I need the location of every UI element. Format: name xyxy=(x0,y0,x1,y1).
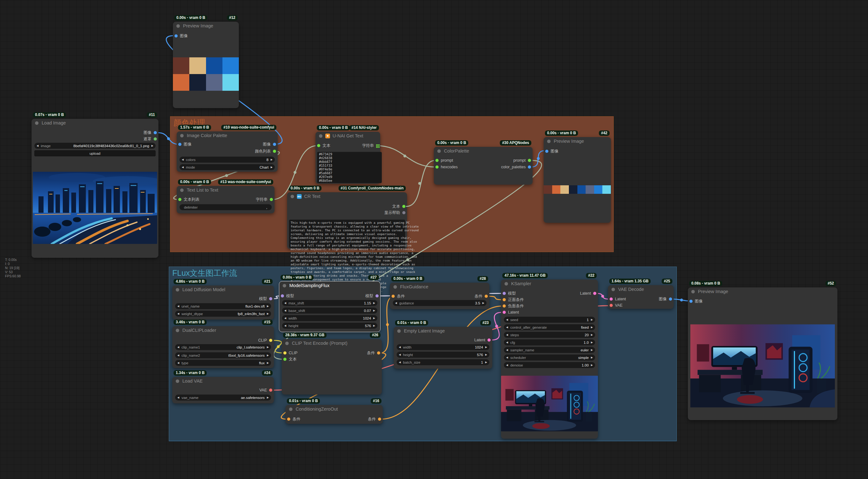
combo-right-arrow-icon[interactable]: ▶ xyxy=(485,353,487,356)
output-conditioning[interactable]: 条件 xyxy=(367,351,380,355)
combo-right-arrow-icon[interactable]: ▶ xyxy=(485,361,487,364)
output-text[interactable]: 文本 xyxy=(392,204,405,209)
steps-widget[interactable]: ◀ steps 20 ▶ xyxy=(504,332,595,338)
combo-left-arrow-icon[interactable]: ◀ xyxy=(177,346,179,348)
output-model[interactable]: 模型 xyxy=(259,297,272,301)
output-model[interactable]: 模型 xyxy=(365,294,379,298)
combo-right-arrow-icon[interactable]: ▶ xyxy=(267,354,269,357)
combo-left-arrow-icon[interactable]: ◀ xyxy=(182,166,184,169)
node-image-color-palette[interactable]: 1.57s - vram 0 B #10 was-node-suite-comf… xyxy=(177,131,278,172)
combo-right-arrow-icon[interactable]: ▶ xyxy=(485,346,487,348)
type-widget[interactable]: ◀ type flux ▶ xyxy=(175,360,271,366)
input-conditioning[interactable]: 条件 xyxy=(392,294,405,299)
combo-right-arrow-icon[interactable]: ▶ xyxy=(373,309,375,312)
height-widget[interactable]: ◀ height 576 ▶ xyxy=(397,352,489,358)
node-load-vae[interactable]: 1.34s - vram 0 B #24 Load VAE VAE ◀ vae_… xyxy=(172,377,274,403)
combo-right-arrow-icon[interactable]: ▶ xyxy=(591,349,593,351)
input-positive-conditioning[interactable]: 正面条件 xyxy=(503,298,524,302)
combo-right-arrow-icon[interactable]: ▶ xyxy=(271,159,273,161)
input-image[interactable]: 图像 xyxy=(545,149,558,153)
node-colorpalette[interactable]: 0.00s - vram 0 B #30 APQNodes ColorPalet… xyxy=(434,147,533,185)
combo-right-arrow-icon[interactable]: ▶ xyxy=(591,318,593,321)
output-vae[interactable]: VAE xyxy=(259,388,272,392)
combo-left-arrow-icon[interactable]: ◀ xyxy=(182,159,184,161)
cfg-widget[interactable]: ◀ cfg 1.0 ▶ xyxy=(504,339,595,345)
input-text[interactable]: 文本 xyxy=(317,143,330,148)
output-mask[interactable]: 遮罩 xyxy=(144,137,157,141)
clip-name1-widget[interactable]: ◀ clip_name1 clip_l.safetensors ▶ xyxy=(175,344,271,350)
guidance-widget[interactable]: ◀ guidance 3.5 ▶ xyxy=(393,300,487,306)
combo-left-arrow-icon[interactable]: ◀ xyxy=(399,346,401,348)
input-image[interactable]: 图像 xyxy=(175,34,188,38)
node-preview-image-52[interactable]: 0.08s - vram 0 B #52 Preview Image 图像 xyxy=(688,287,837,420)
combo-right-arrow-icon[interactable]: ▶ xyxy=(591,326,593,329)
output-image[interactable]: 图像 xyxy=(263,142,276,146)
input-model[interactable]: 模型 xyxy=(503,291,516,296)
node-load-diffusion-model[interactable]: 4.86s - vram 0 B #21 Load Diffusion Mode… xyxy=(172,285,274,319)
combo-left-arrow-icon[interactable]: ◀ xyxy=(399,361,401,364)
clip-name2-widget[interactable]: ◀ clip_name2 t5xxl_fp16.safetensors ▶ xyxy=(175,352,271,358)
output-conditioning[interactable]: 条件 xyxy=(474,294,488,299)
combo-right-arrow-icon[interactable]: ▶ xyxy=(267,397,269,399)
output-show-help[interactable]: 显示帮助 xyxy=(384,210,405,215)
delimiter-widget[interactable]: delimiter , xyxy=(180,204,272,210)
node-dualcliploader[interactable]: 3.46s - vram 0 B #15 DualCLIPLoader CLIP… xyxy=(172,326,274,368)
output-image[interactable]: 图像 xyxy=(144,131,157,135)
input-negative-conditioning[interactable]: 负面条件 xyxy=(503,304,524,308)
combo-left-arrow-icon[interactable]: ◀ xyxy=(177,305,179,308)
combo-left-arrow-icon[interactable]: ◀ xyxy=(177,362,179,364)
combo-left-arrow-icon[interactable]: ◀ xyxy=(395,302,397,304)
node-preview-image-42[interactable]: 0.00s - vram 0 B #42 Preview Image 图像 xyxy=(544,137,611,223)
input-latent[interactable]: Latent xyxy=(503,310,519,314)
input-clip[interactable]: CLIP xyxy=(283,351,298,355)
output-latent[interactable]: Latent xyxy=(580,291,596,296)
colors-widget[interactable]: ◀ colors 8 ▶ xyxy=(180,157,275,163)
combo-right-arrow-icon[interactable]: ▶ xyxy=(373,324,375,327)
input-conditioning[interactable]: 条件 xyxy=(287,417,300,421)
combo-right-arrow-icon[interactable]: ▶ xyxy=(591,334,593,336)
weight-dtype-widget[interactable]: ◀ weight_dtype fp8_e4m3fn_fast ▶ xyxy=(175,311,271,317)
input-text[interactable]: 文本 xyxy=(283,357,297,362)
combo-left-arrow-icon[interactable]: ◀ xyxy=(399,353,401,356)
seed-widget[interactable]: ◀ seed 1 ▶ xyxy=(504,317,595,323)
node-load-image[interactable]: 0.07s - vram 0 B #11 Load Image 图像 遮罩 ◀ … xyxy=(32,119,158,258)
combo-left-arrow-icon[interactable]: ◀ xyxy=(284,302,286,304)
vae-name-widget[interactable]: ◀ vae_name ae.safetensors ▶ xyxy=(175,395,271,401)
output-string-list[interactable]: 字符串 xyxy=(362,143,379,148)
output-conditioning[interactable]: 条件 xyxy=(368,417,381,421)
combo-right-arrow-icon[interactable]: ▶ xyxy=(271,166,273,169)
combo-left-arrow-icon[interactable]: ◀ xyxy=(284,317,286,319)
combo-right-arrow-icon[interactable]: ▶ xyxy=(591,341,593,344)
combo-right-arrow-icon[interactable]: ▶ xyxy=(591,356,593,359)
combo-left-arrow-icon[interactable]: ◀ xyxy=(284,324,286,327)
combo-right-arrow-icon[interactable]: ▶ xyxy=(267,313,269,315)
base-shift-widget[interactable]: ◀ base_shift 0.07 ▶ xyxy=(282,308,377,314)
combo-right-arrow-icon[interactable]: ▶ xyxy=(151,145,153,147)
unet-name-widget[interactable]: ◀ unet_name flux1-dev.sft ▶ xyxy=(175,303,271,309)
combo-right-arrow-icon[interactable]: ▶ xyxy=(267,305,269,308)
image-combo-widget[interactable]: ◀ image 8befaf40119c38f4834436c02ea68c81… xyxy=(34,143,156,149)
combo-left-arrow-icon[interactable]: ◀ xyxy=(177,397,179,399)
output-color-palettes[interactable]: color_palettes xyxy=(501,165,531,169)
input-vae[interactable]: VAE xyxy=(610,303,622,308)
output-image[interactable]: 图像 xyxy=(659,297,672,301)
output-string[interactable]: 字符串 xyxy=(256,197,273,202)
node-canvas[interactable]: 颜色处理 FLux文生图工作流 0.00s - vram 0 B #31 Com… xyxy=(0,0,868,479)
combo-right-arrow-icon[interactable]: ▶ xyxy=(483,302,484,304)
output-latent[interactable]: Latent xyxy=(474,338,491,342)
max-shift-widget[interactable]: ◀ max_shift 1.15 ▶ xyxy=(282,300,377,306)
node-conditioning-zero-out[interactable]: 0.01s - vram 0 B #16 ConditioningZeroOut… xyxy=(285,405,383,424)
node-ksampler[interactable]: 47.16s - vram 11.47 GB #22 KSampler 模型 正… xyxy=(501,279,598,439)
output-clip[interactable]: CLIP xyxy=(258,338,272,343)
input-hexcodes[interactable]: hexcodes xyxy=(435,165,458,169)
combo-right-arrow-icon[interactable]: ▶ xyxy=(591,364,593,367)
node-preview-image-12[interactable]: 0.00s - vram 0 B #12 Preview Image 图像 xyxy=(173,22,239,108)
upload-button[interactable]: upload xyxy=(34,150,156,156)
input-text-list[interactable]: 文本列表 xyxy=(178,197,199,202)
input-prompt[interactable]: prompt xyxy=(435,158,453,163)
combo-left-arrow-icon[interactable]: ◀ xyxy=(506,356,508,359)
scheduler-widget[interactable]: ◀ scheduler simple ▶ xyxy=(504,354,595,361)
control-after-generate-widget[interactable]: ◀ control_after_generate fixed ▶ xyxy=(504,324,595,330)
denoise-widget[interactable]: ◀ denoise 1.00 ▶ xyxy=(504,362,595,368)
combo-left-arrow-icon[interactable]: ◀ xyxy=(177,313,179,315)
